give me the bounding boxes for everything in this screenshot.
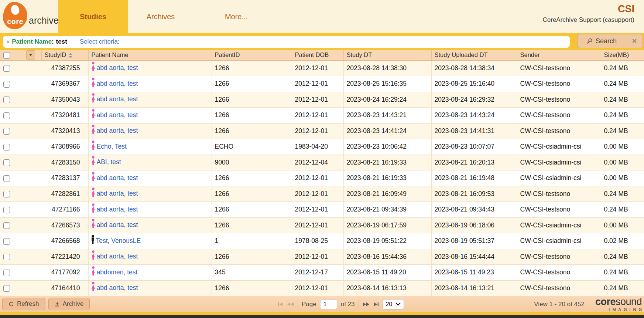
row-checkbox[interactable] — [3, 128, 10, 135]
size-cell: 0.02 MB — [601, 233, 644, 249]
study-uploaded-dt-cell: 2023-08-16 15:44:44 — [431, 249, 517, 265]
studies-table: StudyID Patient Name PatientID Patient D… — [0, 50, 644, 296]
column-header-patient-dob[interactable]: Patient DOB — [292, 50, 343, 60]
search-criteria-box[interactable]: × Patient Name : test Select criteria: — [3, 36, 570, 48]
row-checkbox-cell — [0, 139, 23, 155]
patient-name-link[interactable]: abd aorta, test — [97, 64, 138, 71]
logo-coresound-sound: sound — [616, 296, 642, 307]
row-checkbox[interactable] — [3, 159, 10, 166]
patient-name-link[interactable]: abd aorta, test — [97, 253, 138, 260]
patient-name-link[interactable]: abd aorta, test — [97, 221, 138, 229]
patient-name-link[interactable]: abd aorta, test — [97, 190, 138, 197]
page-size-select[interactable]: 20 — [383, 299, 404, 309]
row-checkbox[interactable] — [3, 97, 10, 103]
patient-name-link[interactable]: Echo, Test — [97, 142, 127, 150]
study-id-cell: 47350043 — [23, 92, 88, 108]
row-checkbox[interactable] — [3, 270, 10, 276]
tab-more[interactable]: More... — [209, 0, 264, 33]
female-icon — [91, 156, 96, 168]
study-dt-cell: 2023-08-24 16:29:24 — [343, 92, 431, 108]
clear-search-button[interactable]: × — [626, 34, 643, 48]
female-icon — [91, 203, 96, 215]
row-checkbox[interactable] — [3, 285, 10, 292]
patient-id-cell: 1266 — [212, 280, 292, 296]
search-icon — [587, 38, 593, 44]
patient-name-link[interactable]: abd aorta, test — [97, 284, 138, 291]
tab-studies[interactable]: Studies — [58, 0, 128, 33]
row-checkbox-cell — [0, 186, 23, 202]
header-checkbox-cell — [0, 50, 23, 60]
patient-name-cell: abd aorta, test — [88, 280, 212, 296]
sender-cell: CW-CSI-testsono — [517, 92, 601, 108]
column-header-study-dt[interactable]: Study DT — [343, 50, 431, 60]
patient-name-link[interactable]: ABI, test — [97, 158, 121, 166]
next-page-button[interactable] — [363, 302, 370, 307]
archive-button[interactable]: Archive — [48, 298, 90, 310]
patient-name-link[interactable]: abd aorta, test — [97, 205, 138, 213]
patient-name-link[interactable]: abd aorta, test — [97, 174, 138, 181]
row-checkbox-cell — [0, 217, 23, 233]
row-checkbox[interactable] — [3, 81, 10, 88]
row-checkbox[interactable] — [3, 144, 10, 150]
column-header-sender[interactable]: Sender — [517, 50, 601, 60]
female-icon — [91, 219, 96, 230]
row-checkbox[interactable] — [3, 191, 10, 197]
row-checkbox-cell — [0, 265, 23, 281]
refresh-label: Refresh — [17, 300, 39, 308]
female-icon — [91, 125, 96, 136]
sender-cell: CW-CSI-testsono — [517, 60, 601, 76]
patient-id-cell: 345 — [212, 265, 292, 281]
header-dropdown-button[interactable] — [26, 50, 35, 60]
core-logo-icon: core — [3, 2, 27, 29]
table-row: 47283150ABI, test90002012-12-042023-08-2… — [0, 155, 644, 170]
sort-icon[interactable] — [69, 53, 72, 58]
size-cell: 0.24 MB — [601, 108, 644, 124]
patient-id-cell: 1266 — [212, 170, 292, 186]
size-cell: 0.24 MB — [601, 186, 644, 202]
patient-id-cell: 1266 — [212, 92, 292, 108]
patient-name-link[interactable]: abd aorta, test — [97, 127, 138, 134]
remove-filter-icon[interactable]: × — [7, 39, 10, 45]
page-number-input[interactable] — [320, 300, 337, 309]
patient-dob-cell: 2012-12-01 — [292, 217, 343, 233]
patient-dob-cell: 2012-12-01 — [292, 76, 343, 92]
size-cell: 0.00 MB — [601, 155, 644, 170]
table-row: 47266573abd aorta, test12662012-12-01202… — [0, 217, 644, 233]
female-icon — [91, 78, 96, 89]
row-checkbox[interactable] — [3, 207, 10, 213]
row-checkbox[interactable] — [3, 222, 10, 229]
study-dt-cell: 2023-08-21 16:19:33 — [343, 170, 431, 186]
row-checkbox[interactable] — [3, 238, 10, 245]
refresh-button[interactable]: Refresh — [2, 298, 45, 310]
row-checkbox[interactable] — [3, 175, 10, 182]
tab-archives[interactable]: Archives — [133, 0, 188, 33]
filter-chip-value: test — [56, 38, 67, 45]
patient-name-link[interactable]: Test, VenousLE — [96, 237, 141, 244]
column-header-patientid[interactable]: PatientID — [212, 50, 292, 60]
patient-id-cell: 1266 — [212, 249, 292, 265]
patient-name-link[interactable]: abd aorta, test — [97, 111, 138, 118]
patient-name-link[interactable]: abd aorta, test — [97, 95, 138, 103]
patient-name-link[interactable]: abdomen, test — [97, 268, 138, 275]
patient-name-cell: Echo, Test — [88, 139, 212, 155]
prev-page-button[interactable] — [287, 302, 294, 307]
row-checkbox[interactable] — [3, 65, 10, 72]
study-dt-cell: 2023-08-21 09:34:39 — [343, 202, 431, 218]
row-checkbox[interactable] — [3, 112, 10, 119]
search-button[interactable]: Search — [578, 34, 626, 48]
column-header-study-uploaded-dt[interactable]: Study Uploaded DT — [431, 50, 517, 60]
study-dt-cell: 2023-08-14 16:13:13 — [343, 280, 431, 296]
select-all-checkbox[interactable] — [3, 52, 10, 59]
column-header-patient-name[interactable]: Patient Name — [88, 50, 212, 60]
column-header-size[interactable]: Size(MB) — [601, 50, 644, 60]
filter-chip-separator: : — [52, 38, 54, 45]
column-header-studyid[interactable]: StudyID — [41, 50, 88, 60]
study-uploaded-dt-cell: 2023-08-14 16:13:21 — [431, 280, 517, 296]
patient-name-link[interactable]: abd aorta, test — [97, 80, 138, 87]
last-page-button[interactable] — [373, 302, 379, 307]
row-checkbox[interactable] — [3, 254, 10, 260]
patient-dob-cell: 2012-12-17 — [292, 265, 343, 281]
first-page-button[interactable] — [278, 302, 283, 307]
table-row: 47308966Echo, TestECHO1983-04-202023-08-… — [0, 139, 644, 155]
select-criteria-link[interactable]: Select criteria: — [80, 38, 120, 45]
